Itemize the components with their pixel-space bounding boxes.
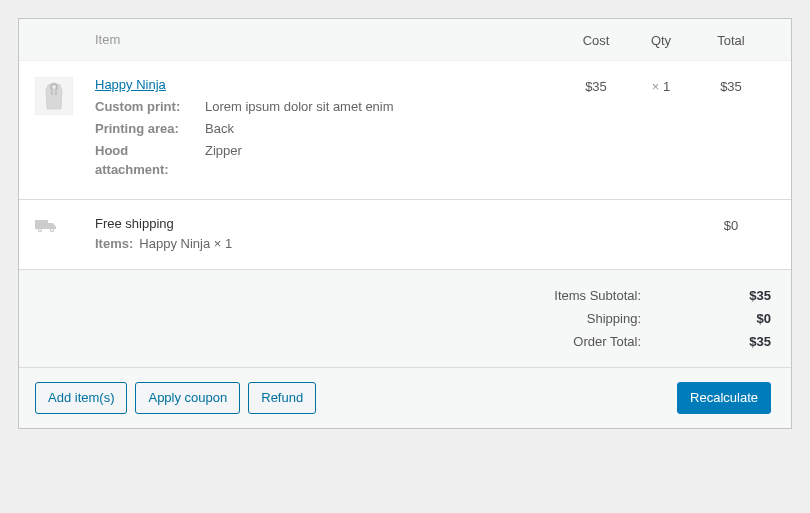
subtotal-label: Items Subtotal: bbox=[554, 288, 641, 303]
hoodie-icon bbox=[42, 81, 66, 111]
header-qty: Qty bbox=[631, 31, 691, 48]
right-actions: Recalculate bbox=[677, 382, 771, 414]
meta-label-hood: Hood attachment: bbox=[95, 142, 205, 178]
svg-rect-3 bbox=[35, 220, 48, 229]
left-actions: Add item(s) Apply coupon Refund bbox=[35, 382, 316, 414]
shipping-row: Free shipping Items: Happy Ninja × 1 $0 bbox=[19, 199, 791, 269]
svg-point-5 bbox=[39, 229, 41, 231]
item-cost: $35 bbox=[561, 77, 631, 94]
item-qty: × 1 bbox=[631, 77, 691, 94]
shipping-value: $0 bbox=[731, 311, 771, 326]
meta-value-hood: Zipper bbox=[205, 142, 242, 160]
header-cost: Cost bbox=[561, 31, 631, 48]
item-details: Happy Ninja Custom print: Lorem ipsum do… bbox=[95, 77, 561, 183]
totals-section: Items Subtotal: $35 Shipping: $0 Order T… bbox=[19, 269, 791, 367]
add-items-button[interactable]: Add item(s) bbox=[35, 382, 127, 414]
refund-button[interactable]: Refund bbox=[248, 382, 316, 414]
recalculate-button[interactable]: Recalculate bbox=[677, 382, 771, 414]
meta-label-printing-area: Printing area: bbox=[95, 120, 205, 138]
truck-icon bbox=[35, 216, 95, 237]
shipping-details: Free shipping Items: Happy Ninja × 1 bbox=[95, 216, 561, 253]
subtotal-value: $35 bbox=[731, 288, 771, 303]
shipping-items-label: Items: bbox=[95, 235, 133, 253]
shipping-label: Shipping: bbox=[587, 311, 641, 326]
order-total-label: Order Total: bbox=[573, 334, 641, 349]
item-total: $35 bbox=[691, 77, 771, 94]
order-total-value: $35 bbox=[731, 334, 771, 349]
product-link[interactable]: Happy Ninja bbox=[95, 77, 166, 92]
product-thumbnail bbox=[35, 77, 73, 115]
line-item-row: Happy Ninja Custom print: Lorem ipsum do… bbox=[19, 60, 791, 199]
meta-value-custom-print: Lorem ipsum dolor sit amet enim bbox=[205, 98, 394, 116]
meta-label-custom-print: Custom print: bbox=[95, 98, 205, 116]
apply-coupon-button[interactable]: Apply coupon bbox=[135, 382, 240, 414]
header-item: Item bbox=[95, 32, 561, 47]
shipping-total: $0 bbox=[691, 216, 771, 233]
actions-bar: Add item(s) Apply coupon Refund Recalcul… bbox=[19, 367, 791, 428]
table-header: Item Cost Qty Total bbox=[19, 19, 791, 60]
order-items-panel: Item Cost Qty Total Happy Ninja Custom p… bbox=[18, 18, 792, 429]
svg-point-7 bbox=[51, 229, 53, 231]
header-total: Total bbox=[691, 31, 771, 48]
shipping-name: Free shipping bbox=[95, 216, 561, 231]
meta-value-printing-area: Back bbox=[205, 120, 234, 138]
shipping-items-value: Happy Ninja × 1 bbox=[139, 235, 232, 253]
svg-point-0 bbox=[52, 85, 56, 89]
